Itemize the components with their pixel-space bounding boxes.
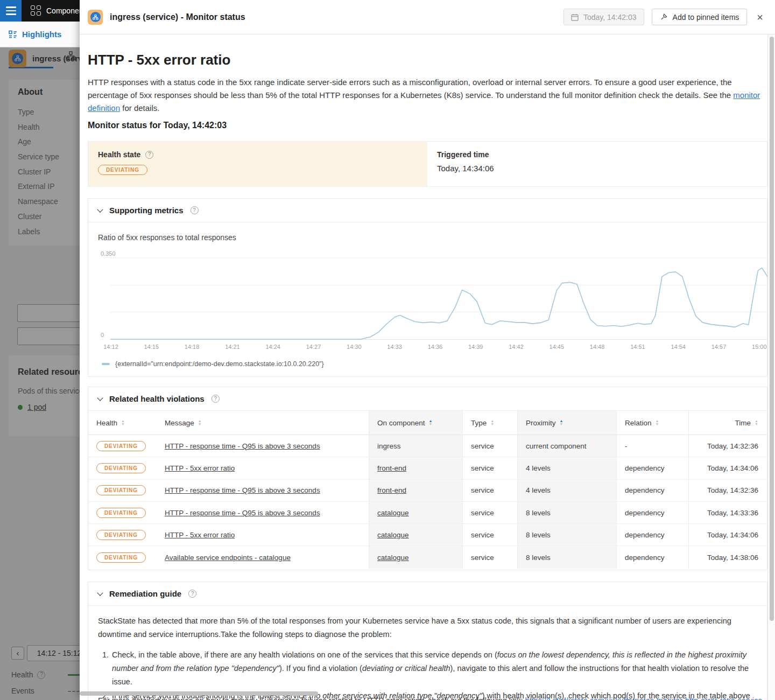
violations-title: Related health violations [109, 394, 205, 403]
supporting-metrics-title: Supporting metrics [109, 206, 184, 215]
help-icon[interactable]: ? [212, 395, 220, 403]
violation-message-link[interactable]: HTTP - response time - Q95 is above 3 se… [165, 486, 320, 494]
component-type: service [471, 464, 494, 472]
sort-icon: ▲▼ [656, 419, 659, 426]
component-link[interactable]: front-end [377, 464, 406, 472]
violation-message-link[interactable]: HTTP - response time - Q95 is above 3 se… [165, 509, 320, 517]
remediation-doc-link[interactable]: https://l.stackstate.com/ui-kubernetes-m… [525, 696, 763, 700]
component-type: service [471, 442, 494, 450]
col-relation[interactable]: Relation▲▼ [616, 411, 688, 435]
svg-text:14:45: 14:45 [549, 344, 565, 350]
modal-backdrop[interactable] [0, 47, 80, 700]
help-icon[interactable]: ? [188, 590, 196, 598]
sort-icon-active: ▲▼ [560, 419, 563, 426]
col-message[interactable]: Message▲▼ [157, 411, 369, 435]
svg-text:14:33: 14:33 [387, 344, 402, 350]
remediation-body: StackState has detected that more than 5… [98, 614, 757, 700]
triggered-time-value: Today, 14:34:06 [437, 164, 757, 173]
time-selector-label: Today, 14:42:03 [583, 13, 637, 22]
violation-row: DEVIATING HTTP - 5xx error ratio front-e… [88, 457, 767, 479]
relation-value: dependency [625, 509, 665, 517]
vertical-scrollbar-track[interactable] [767, 34, 775, 700]
health-state-label: Health state [98, 150, 140, 159]
modal-header: ingress (service) - Monitor status Today… [80, 0, 775, 34]
relation-value: dependency [625, 486, 665, 494]
chart-title: Ratio of 5xx responses to total response… [98, 233, 236, 242]
component-type: service [471, 531, 494, 539]
vertical-scrollbar-thumb[interactable] [770, 37, 774, 621]
add-to-pinned-button[interactable]: Add to pinned items [652, 9, 748, 25]
hamburger-menu-button[interactable] [0, 0, 22, 22]
violation-row: DEVIATING HTTP - response time - Q95 is … [88, 435, 767, 457]
component-link[interactable]: catalogue [377, 531, 409, 539]
remediation-header[interactable]: Remediation guide ? [88, 582, 767, 606]
proximity-value: 8 levels [526, 509, 551, 517]
component-type: service [471, 509, 494, 517]
deviating-badge: DEVIATING [96, 441, 146, 451]
proximity-value: 8 levels [526, 554, 551, 562]
chevron-down-icon [97, 395, 103, 401]
time-selector-button[interactable]: Today, 14:42:03 [563, 9, 644, 25]
svg-text:14:18: 14:18 [185, 344, 200, 350]
svg-text:14:15: 14:15 [144, 344, 159, 350]
violation-message-link[interactable]: HTTP - response time - Q95 is above 3 se… [165, 442, 320, 450]
status-cards-row: Health state ? DEVIATING Triggered time … [88, 141, 767, 187]
relation-value: - [625, 442, 628, 450]
remediation-title: Remediation guide [109, 589, 181, 598]
deviating-badge: DEVIATING [96, 530, 146, 540]
component-type: service [471, 554, 494, 562]
violation-message-link[interactable]: HTTP - 5xx error ratio [165, 464, 235, 472]
svg-text:14:27: 14:27 [306, 344, 321, 350]
component-link[interactable]: catalogue [377, 509, 409, 517]
sort-icon: ▲▼ [490, 419, 494, 426]
svg-text:15:00: 15:00 [752, 344, 767, 350]
violation-message-link[interactable]: Available service endpoints - catalogue [165, 554, 291, 562]
component-link[interactable]: front-end [377, 486, 406, 494]
violation-time: Today, 14:32:36 [707, 442, 758, 450]
horizontal-scrollbar-thumb[interactable] [80, 691, 318, 696]
monitor-status-modal: ingress (service) - Monitor status Today… [80, 0, 775, 700]
footer-text: For more detailed guidance on how to rem… [98, 696, 525, 700]
triggered-time-label: Triggered time [437, 150, 757, 159]
supporting-metrics-header[interactable]: Supporting metrics ? [88, 199, 767, 222]
sort-icon-active: ▲▼ [429, 419, 433, 426]
violation-row: DEVIATING Available service endpoints - … [88, 546, 767, 568]
col-type[interactable]: Type▲▼ [462, 411, 517, 435]
metrics-chart: 0.350014:1214:1514:1814:2114:2414:2714:3… [88, 248, 768, 353]
help-icon[interactable]: ? [145, 151, 153, 159]
close-icon[interactable]: × [757, 12, 763, 23]
violations-header[interactable]: Related health violations ? [88, 387, 767, 411]
violation-time: Today, 14:33:36 [707, 509, 758, 517]
svg-text:14:21: 14:21 [225, 344, 240, 350]
violation-message-link[interactable]: HTTP - 5xx error ratio [165, 531, 235, 539]
col-health[interactable]: Health▲▼ [88, 411, 157, 435]
description-text-end: for details. [120, 103, 159, 113]
col-on-component[interactable]: On component▲▼ [369, 411, 462, 435]
component-link[interactable]: catalogue [377, 554, 409, 562]
svg-text:14:36: 14:36 [428, 344, 443, 350]
deviating-badge: DEVIATING [96, 485, 146, 495]
monitor-title: HTTP - 5xx error ratio [88, 52, 230, 68]
col-proximity[interactable]: Proximity▲▼ [517, 411, 616, 435]
chevron-down-icon [97, 206, 103, 212]
deviating-badge: DEVIATING [96, 463, 146, 473]
add-to-pinned-label: Add to pinned items [673, 13, 739, 22]
description-text: HTTP responses with a status code in the… [88, 78, 733, 100]
sort-icon: ▲▼ [121, 419, 125, 426]
svg-text:14:24: 14:24 [265, 344, 280, 350]
sort-icon: ▲▼ [198, 419, 202, 426]
relation-value: dependency [625, 464, 665, 472]
proximity-value: 8 levels [526, 531, 551, 539]
help-icon[interactable]: ? [191, 206, 199, 214]
component-type: service [471, 486, 494, 494]
tab-highlights[interactable]: Highlights [9, 22, 61, 47]
relation-value: dependency [625, 531, 665, 539]
proximity-value: current component [526, 442, 587, 450]
health-state-card: Health state ? DEVIATING [88, 142, 427, 186]
highlights-icon [9, 30, 17, 39]
remediation-intro: StackState has detected that more than 5… [98, 614, 757, 641]
proximity-value: 4 levels [526, 464, 551, 472]
pin-icon [660, 13, 668, 21]
col-time[interactable]: Time▲▼ [688, 411, 767, 435]
relation-value: dependency [625, 554, 665, 562]
